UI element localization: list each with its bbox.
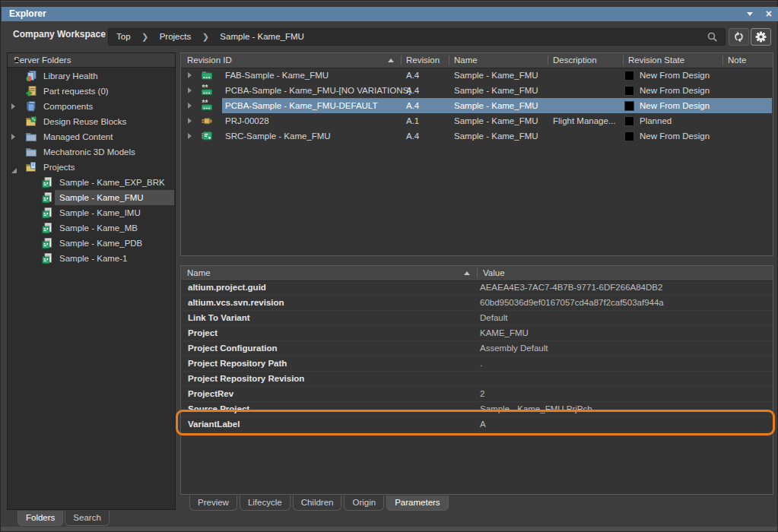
breadcrumb-projects[interactable]: Projects xyxy=(160,29,192,45)
expand-right-icon[interactable] xyxy=(11,103,15,109)
cell-name: Sample - Kame_FMU xyxy=(454,68,538,83)
tab-parameters[interactable]: Parameters xyxy=(386,496,448,511)
cell-name: Sample - Kame_FMU xyxy=(454,128,538,144)
param-row[interactable]: Link To Variant Default xyxy=(182,311,772,326)
expand-right-icon[interactable] xyxy=(11,134,15,140)
revisions-table: Revision ID Revision Name Description Re… xyxy=(180,52,773,256)
revision-row-fab[interactable]: FAB-Sample - Kame_FMU A.4 Sample - Kame_… xyxy=(182,68,772,83)
cell-revision-id: PRJ-00028 xyxy=(225,113,269,128)
expand-open-icon[interactable] xyxy=(10,163,17,171)
param-row-variant-label[interactable]: VariantLabel A xyxy=(182,417,772,432)
param-name: altium.vcs.svn.revision xyxy=(188,296,284,310)
param-row[interactable]: altium.project.guid AEAEA4E3-7AC7-4B7B-9… xyxy=(182,280,772,296)
param-row[interactable]: altium.vcs.svn.revision 60bd95036d9ef016… xyxy=(182,296,772,311)
project-icon xyxy=(41,192,53,204)
expand-right-icon[interactable] xyxy=(188,103,192,109)
part-requests-icon xyxy=(25,85,37,97)
column-divider[interactable] xyxy=(722,55,723,65)
tree-item-sample-kame-pdb[interactable]: Sample - Kame_PDB xyxy=(8,236,175,251)
sidebar-item-part-requests[interactable]: Part requests (0) xyxy=(8,84,175,99)
project-icon xyxy=(41,222,53,234)
expand-right-icon[interactable] xyxy=(188,118,192,124)
revision-state-swatch xyxy=(624,101,634,111)
cell-revision-id: PCBA-Sample - Kame_FMU-[NO VARIATIONS] xyxy=(225,83,411,98)
breadcrumb-top[interactable]: Top xyxy=(116,29,131,45)
column-revision-state[interactable]: Revision State xyxy=(628,53,684,67)
tree-item-sample-kame-fmu[interactable]: Sample - Kame_FMU xyxy=(8,190,175,205)
param-value: Default xyxy=(480,311,507,325)
sort-asc-icon xyxy=(464,271,470,275)
param-value: 60bd95036d9ef0167057cd4a87f2caf503af944a xyxy=(480,296,664,310)
param-name: altium.project.guid xyxy=(188,280,266,295)
sidebar-item-managed-content[interactable]: Managed Content xyxy=(8,129,175,144)
param-row[interactable]: Project Repository Path . xyxy=(182,356,772,372)
expand-right-icon[interactable] xyxy=(188,87,192,93)
column-divider[interactable] xyxy=(449,55,449,65)
collapse-up-icon[interactable] xyxy=(14,59,20,62)
sidebar-item-components[interactable]: Components xyxy=(8,99,175,114)
column-name[interactable]: Name xyxy=(454,53,478,67)
workspace-dropdown[interactable]: Company Workspace xyxy=(13,26,117,43)
close-icon[interactable]: × xyxy=(766,7,772,21)
expand-right-icon[interactable] xyxy=(188,133,192,139)
cell-description: Flight Manage... xyxy=(553,113,615,128)
panel-title: Explorer xyxy=(9,7,46,21)
column-value[interactable]: Value xyxy=(483,266,505,280)
search-icon[interactable] xyxy=(707,31,719,43)
tab-preview[interactable]: Preview xyxy=(189,496,237,511)
param-row[interactable]: Project Repository Revision xyxy=(182,372,772,387)
breadcrumb-current[interactable]: Sample - Kame_FMU xyxy=(220,29,304,45)
sync-arrows-icon xyxy=(733,31,745,43)
column-divider[interactable] xyxy=(548,55,548,65)
revision-row-pcba-no-variations[interactable]: ** PCBA-Sample - Kame_FMU-[NO VARIATIONS… xyxy=(182,83,772,98)
column-divider[interactable] xyxy=(401,55,402,65)
parameters-table-header[interactable]: Name Value xyxy=(181,266,773,281)
column-divider[interactable] xyxy=(623,55,624,65)
param-row[interactable]: Project Configuration Assembly Default xyxy=(182,341,772,356)
column-revision[interactable]: Revision xyxy=(406,53,440,67)
param-row[interactable]: Project KAME_FMU xyxy=(182,326,772,341)
tab-search[interactable]: Search xyxy=(65,511,109,526)
param-row[interactable]: ProjectRev 2 xyxy=(182,387,772,402)
tree-item-sample-kame-exp-brk[interactable]: Sample - Kame_EXP_BRK xyxy=(8,175,175,190)
column-description[interactable]: Description xyxy=(553,53,597,67)
sidebar-item-library-health[interactable]: Library Health xyxy=(8,68,175,84)
folder-icon xyxy=(25,146,37,158)
cell-revision-state: New From Design xyxy=(640,128,710,144)
tree-item-sample-kame-1[interactable]: Sample - Kame-1 xyxy=(8,251,175,266)
gear-icon xyxy=(755,31,767,43)
cell-revision: A.4 xyxy=(406,128,419,144)
tab-folders[interactable]: Folders xyxy=(17,511,63,526)
revision-row-pcba-default-selected[interactable]: ** PCBA-Sample - Kame_FMU-DEFAULT A.4 Sa… xyxy=(182,98,772,113)
tab-origin[interactable]: Origin xyxy=(344,496,384,511)
tree-item-sample-kame-mb[interactable]: Sample - Kame_MB xyxy=(8,220,175,236)
revisions-table-header[interactable]: Revision ID Revision Name Description Re… xyxy=(181,53,773,68)
cell-name: Sample - Kame_FMU xyxy=(454,113,538,128)
column-revision-id[interactable]: Revision ID xyxy=(187,53,232,67)
toolbar: Company Workspace Top ❯ Projects ❯ Sampl… xyxy=(1,21,777,48)
column-note[interactable]: Note xyxy=(728,53,746,67)
tab-children[interactable]: Children xyxy=(293,496,342,511)
sidebar-item-projects[interactable]: Projects xyxy=(8,160,175,175)
param-name: Link To Variant xyxy=(188,311,250,325)
column-name[interactable]: Name xyxy=(187,266,211,280)
expand-right-icon[interactable] xyxy=(188,72,192,78)
param-value: . xyxy=(480,356,482,371)
settings-button[interactable] xyxy=(751,28,771,46)
cell-revision-state: New From Design xyxy=(640,68,710,83)
sidebar-item-design-reuse-blocks[interactable]: Design Reuse Blocks xyxy=(8,114,175,129)
revision-state-swatch xyxy=(624,71,634,81)
sync-button[interactable] xyxy=(729,28,749,46)
tab-lifecycle[interactable]: Lifecycle xyxy=(240,496,291,511)
param-row[interactable]: Source Project Sample - Kame_FMU.PrjPcb xyxy=(182,402,772,417)
column-divider[interactable] xyxy=(477,268,478,277)
server-folders-header[interactable]: Server Folders xyxy=(8,53,175,68)
breadcrumb: Top ❯ Projects ❯ Sample - Kame_FMU xyxy=(108,28,726,46)
param-value: Sample - Kame_FMU.PrjPcb xyxy=(480,402,592,416)
tree-item-sample-kame-imu[interactable]: Sample - Kame_IMU xyxy=(8,205,175,220)
sidebar-item-mechatronic-3d-models[interactable]: Mechatronic 3D Models xyxy=(8,144,175,160)
revision-row-prj-00028[interactable]: PRJ-00028 A.1 Sample - Kame_FMU Flight M… xyxy=(182,113,772,128)
window-bottom-strip xyxy=(1,527,777,531)
revision-row-src[interactable]: SRC-Sample - Kame_FMU A.4 Sample - Kame_… xyxy=(182,128,772,144)
panel-menu-chevron-down-icon[interactable] xyxy=(747,12,753,16)
